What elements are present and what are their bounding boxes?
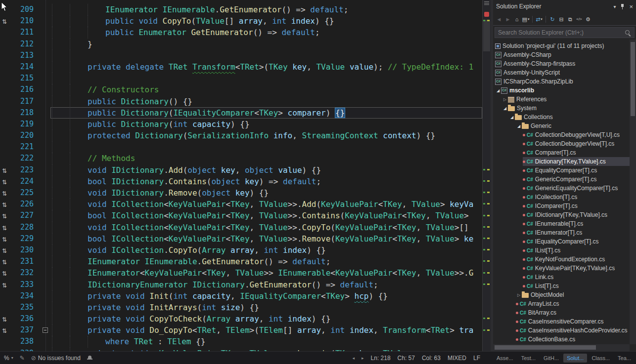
editor-vertical-scrollbar[interactable] [482,0,491,351]
home-button[interactable]: ⌂ [513,15,521,23]
line-number[interactable]: 223 [13,164,41,176]
tree-item[interactable]: IEnumerable[T].cs [493,219,630,228]
override-indicator-icon[interactable]: ⇅ [0,316,7,323]
tree-item[interactable]: IDictionary[TKey,TValue].cs [493,210,630,219]
code-line[interactable]: private void Do_CopyTo<TRet, TElem>(TEle… [50,324,482,336]
tree-item[interactable]: ICollection[T].cs [493,193,630,202]
code-line[interactable]: private void InitArrays(int size) {} [50,302,482,313]
tree-item[interactable]: ▷References [493,95,630,104]
line-ending-mode-indicator[interactable]: MIXED [448,355,466,362]
panel-tab[interactable]: Solut... [563,354,587,363]
collapse-arrow-icon[interactable]: ◢ [502,106,508,111]
code-line[interactable]: // Methods [50,153,482,164]
solution-explorer-horizontal-scrollbar[interactable] [493,344,630,351]
tree-item[interactable]: Assembly-CSharp [493,50,630,59]
close-icon[interactable]: × [629,3,633,10]
override-indicator-icon[interactable]: ⇅ [0,167,7,174]
code-line[interactable]: private void Init(int capacity, IEqualit… [50,290,482,302]
tree-item[interactable]: BitArray.cs [493,308,630,317]
tree-item[interactable]: Assembly-CSharp-firstpass [493,59,630,68]
code-line[interactable]: private void CopyToCheck(Array array, in… [50,313,482,324]
search-input[interactable] [495,27,635,38]
tree-item[interactable]: CaseInsensitiveHashCodeProvider.cs [493,326,630,335]
code-line[interactable]: IEnumerator IEnumerable.GetEnumerator() … [50,4,482,15]
override-indicator-icon[interactable]: ⇅ [0,213,7,220]
override-indicator-icon[interactable]: ⇅ [0,18,7,25]
override-indicator-icon[interactable]: ⇅ [0,190,7,197]
code-line[interactable] [50,141,482,153]
line-number[interactable]: 210 [13,15,41,27]
refresh-button[interactable]: ↻ [548,15,556,23]
code-line[interactable]: bool ICollection<KeyValuePair<TKey, TVal… [50,210,482,221]
notifications-muted-icon[interactable] [87,355,92,361]
panel-tab[interactable]: Test... [518,354,539,363]
line-number[interactable]: 218 [13,107,41,119]
editor-split-grip[interactable] [484,1,489,6]
tree-item[interactable]: ◢mscorlib [493,86,630,95]
code-line[interactable] [50,50,482,61]
tree-item[interactable]: ◢Collections [493,113,630,121]
line-number[interactable]: 232 [13,267,41,279]
code-line[interactable]: public Dictionary() {} [50,96,482,107]
line-number[interactable]: 222 [13,153,41,164]
line-number[interactable]: 220 [13,130,41,141]
code-line[interactable] [50,73,482,84]
line-number[interactable]: 230 [13,244,41,256]
code-line[interactable]: // Constructors [50,84,482,95]
show-all-files-button[interactable]: ⧉ [566,15,574,23]
tree-item[interactable]: KeyNotFoundException.cs [493,255,630,264]
forward-button[interactable]: ► [504,15,512,23]
code-line[interactable]: public void CopyTo(TValue[] array, int i… [50,15,482,27]
tree-item[interactable]: CollectionBase.cs [493,335,630,344]
line-number[interactable]: 238 [13,336,41,347]
code-line[interactable]: } [50,39,482,50]
collapse-arrow-icon[interactable]: ◢ [509,115,515,120]
code-line[interactable]: public Enumerator GetEnumerator() => def… [50,27,482,38]
panel-tab[interactable]: Asse... [493,354,517,363]
tree-item[interactable]: CollectionDebuggerView[T].cs [493,139,630,148]
code-line[interactable]: IEnumerator<KeyValuePair<TKey, TValue>> … [50,267,482,279]
line-number[interactable]: 237 [13,324,41,336]
panel-tab[interactable]: GitH... [540,354,562,363]
tree-item[interactable]: Dictionary[TKey,TValue].cs [493,157,630,166]
code-text-area[interactable]: IEnumerator IEnumerable.GetEnumerator() … [50,0,482,351]
override-indicator-icon[interactable]: ⇅ [0,282,7,289]
tree-item[interactable]: IList[T].cs [493,246,630,255]
code-line[interactable]: public Dictionary(int capacity) {} [50,119,482,130]
tree-item[interactable]: IEqualityComparer[T].cs [493,237,630,246]
pen-icon[interactable]: ✎ [20,355,25,362]
tree-item[interactable]: ArrayList.cs [493,299,630,308]
line-number[interactable]: 233 [13,279,41,290]
line-number[interactable]: 239 [13,348,41,351]
eol-indicator[interactable]: LF [473,355,480,362]
line-number[interactable]: 211 [13,27,41,38]
code-line[interactable]: void ICollection<KeyValuePair<TKey, TVal… [50,222,482,233]
tree-item[interactable]: ◢Generic [493,121,630,130]
line-number[interactable]: 215 [13,73,41,84]
solution-explorer-vertical-scrollbar[interactable] [630,40,636,344]
code-line[interactable]: where TRet : TElem {} [50,336,482,347]
tree-item[interactable]: GenericEqualityComparer[T].cs [493,184,630,193]
fold-collapse-button[interactable] [43,327,48,333]
line-number[interactable]: 228 [13,222,41,233]
char-indicator[interactable]: Ch: 57 [398,355,415,362]
tree-item[interactable]: Assembly-UnityScript [493,68,630,77]
code-line[interactable]: public Dictionary(IEqualityComparer<TKey… [50,107,482,119]
code-line[interactable]: bool ICollection<KeyValuePair<TKey, TVal… [50,233,482,244]
pin-icon[interactable] [620,3,625,10]
line-number[interactable]: 227 [13,210,41,221]
tree-item[interactable]: KeyValuePair[TKey,TValue].cs [493,264,630,273]
view-code-button[interactable]: </> [575,15,583,23]
zoom-control[interactable]: % ▾ [4,355,13,362]
expand-arrow-icon[interactable]: ▷ [502,97,508,102]
search-icon[interactable] [625,30,631,36]
expand-arrow-icon[interactable]: ▷ [516,293,522,297]
back-button[interactable]: ◄ [495,15,503,23]
line-number[interactable]: 235 [13,302,41,313]
sync-with-active-document-button[interactable]: ⇄▾ [535,15,543,23]
override-indicator-icon[interactable]: ⇅ [0,270,7,277]
window-position-icon[interactable]: ▾ [613,4,616,9]
code-line[interactable]: protected Dictionary(SerializationInfo i… [50,130,482,141]
tree-item[interactable]: IComparer[T].cs [493,202,630,210]
panel-tab[interactable]: Class... [588,354,613,363]
